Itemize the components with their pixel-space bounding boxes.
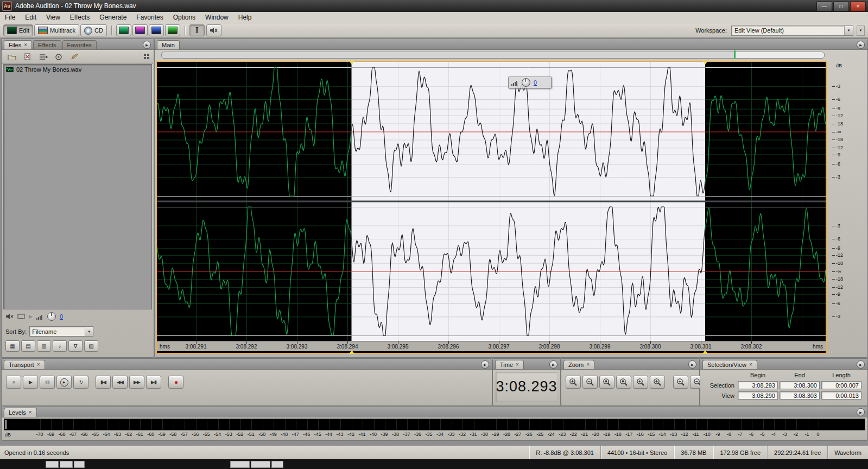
selection-end-top-handle[interactable]	[702, 61, 708, 65]
selection-end-value[interactable]: 3:08.300	[780, 381, 820, 389]
preview-device-icon[interactable]	[17, 313, 25, 320]
play-from-cursor-button[interactable]: ▶	[56, 376, 72, 389]
panel-menu-icon[interactable]: ▶	[481, 360, 489, 369]
close-tab-icon[interactable]: ×	[516, 362, 519, 367]
time-selection-tool-button[interactable]: I	[189, 24, 205, 36]
selection-begin-value[interactable]: 3:08.293	[738, 381, 778, 389]
tab-transport[interactable]: Transport ×	[4, 360, 45, 369]
import-file-button[interactable]	[5, 51, 18, 62]
tab-time[interactable]: Time ×	[495, 360, 524, 369]
selection-start-bottom-handle[interactable]	[349, 350, 354, 354]
cd-view-button[interactable]: CD	[80, 24, 107, 36]
horizontal-pan-bar[interactable]	[161, 52, 825, 59]
show-full-paths-button[interactable]: ▧	[84, 340, 98, 352]
mute-preview-icon[interactable]	[5, 313, 14, 320]
spectral-frequency-display-button[interactable]	[132, 24, 148, 36]
panel-menu-icon[interactable]: ▶	[549, 360, 557, 369]
stop-button[interactable]: ■	[6, 376, 21, 389]
close-tab-icon[interactable]: ×	[586, 362, 590, 367]
insert-into-multitrack-button[interactable]	[37, 51, 50, 62]
fast-forward-button[interactable]: ▶▶	[129, 376, 144, 389]
zoom-out-horizontal-button[interactable]	[582, 376, 598, 389]
timeline[interactable]: hmshms3:08.2913:08.2923:08.2933:08.2943:…	[157, 341, 826, 351]
preview-volume-value[interactable]: 0	[60, 313, 63, 320]
view-length-value[interactable]: 0:00.013	[821, 391, 861, 400]
menu-item-effects[interactable]: Effects	[65, 12, 94, 22]
tab-effects[interactable]: Effects	[33, 40, 61, 49]
close-tab-icon[interactable]: ×	[749, 362, 752, 367]
advanced-filter-button[interactable]: ∇	[68, 340, 83, 352]
menu-item-edit[interactable]: Edit	[20, 12, 41, 22]
view-position-indicator[interactable]	[734, 50, 736, 59]
tab-files[interactable]: Files×	[4, 40, 32, 49]
close-tab-icon[interactable]: ×	[29, 410, 32, 415]
menu-item-window[interactable]: Window	[200, 12, 233, 22]
scrub-tool-button[interactable]	[206, 24, 221, 36]
menu-item-generate[interactable]: Generate	[94, 12, 131, 22]
zoom-in-right-edge-button[interactable]	[650, 376, 665, 389]
panel-menu-icon[interactable]: ▶	[857, 408, 865, 416]
selection-length-value[interactable]: 0:00.007	[821, 381, 861, 389]
toolbar-overflow-icon[interactable]: ▼	[857, 26, 865, 36]
hud-volume-value[interactable]: 0	[534, 79, 537, 86]
tab-zoom[interactable]: Zoom ×	[563, 360, 594, 369]
chevron-down-icon[interactable]: ▼	[85, 327, 93, 336]
filter-video-button[interactable]: ▥	[37, 340, 51, 352]
menu-item-view[interactable]: View	[41, 12, 65, 22]
zoom-in-vertical-button[interactable]	[673, 376, 688, 389]
play-button[interactable]: ▶	[23, 376, 38, 389]
menu-item-help[interactable]: Help	[233, 12, 257, 22]
selection-end-bottom-handle[interactable]	[702, 350, 708, 354]
minimize-button[interactable]: —	[816, 1, 832, 11]
close-file-button[interactable]	[21, 51, 34, 62]
file-list-item[interactable]: 02 Throw My Bones.wav	[4, 65, 151, 74]
db-ruler[interactable]: dB-3-6-9-12-18-∞-18-12-9-6-3-3-6-9-12-18…	[832, 62, 855, 341]
panel-menu-icon[interactable]: ▶	[857, 360, 865, 369]
panel-options-icon[interactable]	[143, 52, 150, 62]
rewind-button[interactable]: ◀◀	[112, 376, 128, 389]
record-button[interactable]: ●	[168, 376, 183, 389]
zoom-in-horizontal-button[interactable]	[566, 376, 581, 389]
selection-start-top-handle[interactable]	[349, 61, 354, 65]
zoom-in-left-edge-button[interactable]	[633, 376, 648, 389]
time-display[interactable]: 3:08.293	[496, 372, 557, 402]
filter-midi-button[interactable]: ♪	[53, 340, 67, 352]
tab-main[interactable]: Main	[157, 40, 180, 49]
zoom-out-full-button[interactable]	[599, 376, 614, 389]
panel-menu-icon[interactable]: ▶	[857, 41, 865, 49]
file-list[interactable]: 02 Throw My Bones.wav	[3, 64, 152, 309]
go-to-beginning-button[interactable]: ▮◀	[96, 376, 111, 389]
close-tab-icon[interactable]: ×	[24, 42, 27, 48]
tab-favorites[interactable]: Favorites	[62, 40, 97, 49]
pause-button[interactable]: ▮▮	[40, 376, 55, 389]
workspace-select[interactable]: Edit View (Default) ▼	[731, 26, 853, 36]
preview-volume-knob[interactable]	[47, 312, 56, 321]
panel-menu-icon[interactable]: ▶	[688, 360, 696, 369]
menu-item-favorites[interactable]: Favorites	[131, 12, 168, 22]
insert-into-cd-button[interactable]	[53, 51, 66, 62]
auto-play-icon[interactable]: ▶	[29, 314, 33, 319]
edit-file-button[interactable]	[68, 51, 81, 62]
filter-waveforms-button[interactable]: ▦	[5, 340, 20, 352]
spectral-phase-display-button[interactable]	[165, 24, 180, 36]
edit-view-button[interactable]: Edit	[3, 24, 33, 36]
play-looped-button[interactable]: ↻	[73, 376, 88, 389]
tab-selection-view[interactable]: Selection/View ×	[702, 360, 757, 369]
view-end-value[interactable]: 3:08.303	[780, 391, 820, 400]
tab-levels[interactable]: Levels ×	[4, 408, 37, 417]
panel-menu-icon[interactable]: ▶	[143, 41, 151, 49]
restore-button[interactable]: □	[833, 1, 849, 11]
levels-meter[interactable]	[4, 419, 865, 430]
go-to-end-button[interactable]: ▶▮	[146, 376, 161, 389]
menu-item-file[interactable]: File	[0, 12, 20, 22]
multitrack-view-button[interactable]: Multitrack	[34, 24, 79, 36]
spectral-pan-display-button[interactable]	[149, 24, 164, 36]
chevron-down-icon[interactable]: ▼	[844, 26, 853, 35]
filter-sessions-button[interactable]: ▤	[21, 340, 35, 352]
zoom-to-selection-button[interactable]	[616, 376, 631, 389]
hud-volume-knob[interactable]	[522, 78, 530, 87]
close-tab-icon[interactable]: ×	[37, 362, 40, 367]
sort-by-select[interactable]: Filename ▼	[29, 326, 93, 337]
view-begin-value[interactable]: 3:08.290	[738, 391, 778, 400]
menu-item-options[interactable]: Options	[168, 12, 200, 22]
